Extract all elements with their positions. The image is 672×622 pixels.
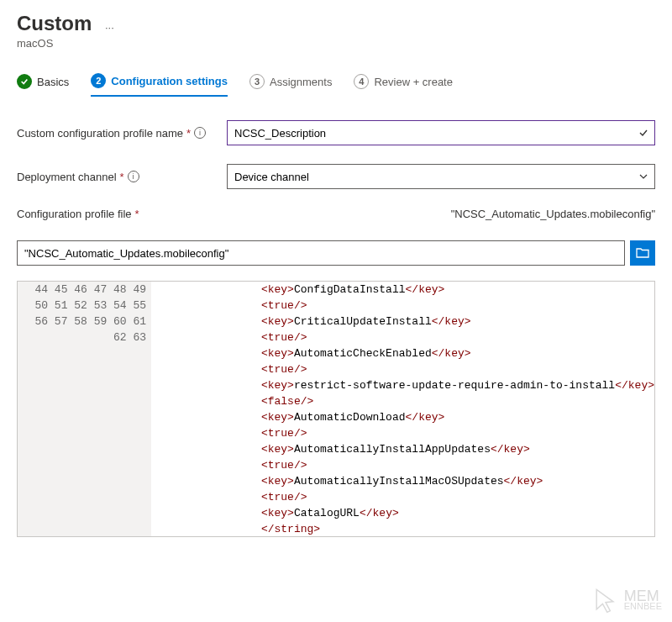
step-basics[interactable]: Basics bbox=[17, 73, 69, 97]
step-number: 4 bbox=[354, 74, 369, 89]
profile-name-input[interactable] bbox=[227, 120, 655, 145]
wizard-steps: Basics 2 Configuration settings 3 Assign… bbox=[17, 73, 655, 97]
step-number: 3 bbox=[249, 74, 265, 89]
code-area[interactable]: <key>ConfigDataInstall</key> <true/> <ke… bbox=[151, 282, 654, 536]
step-label: Assignments bbox=[270, 76, 332, 88]
xml-editor[interactable]: 44 45 46 47 48 49 50 51 52 53 54 55 56 5… bbox=[17, 281, 655, 537]
check-icon bbox=[17, 74, 32, 89]
folder-icon bbox=[636, 246, 649, 260]
line-gutter: 44 45 46 47 48 49 50 51 52 53 54 55 56 5… bbox=[18, 282, 151, 536]
required-marker: * bbox=[186, 127, 191, 140]
page-header: Custom ··· macOS bbox=[17, 12, 655, 50]
step-number: 2 bbox=[91, 73, 106, 88]
field-config-file: Configuration profile file * "NCSC_Autom… bbox=[17, 208, 655, 266]
info-icon[interactable]: i bbox=[128, 171, 139, 182]
field-profile-name: Custom configuration profile name * i bbox=[17, 120, 655, 145]
profile-name-label: Custom configuration profile name * i bbox=[17, 127, 227, 140]
field-deployment-channel: Deployment channel * i bbox=[17, 164, 655, 189]
step-label: Basics bbox=[37, 76, 69, 88]
step-label: Review + create bbox=[374, 76, 453, 88]
config-file-label: Configuration profile file * bbox=[17, 208, 139, 220]
required-marker: * bbox=[135, 208, 139, 220]
browse-button[interactable] bbox=[630, 240, 655, 266]
step-label: Configuration settings bbox=[111, 75, 228, 87]
page-title: Custom bbox=[17, 12, 92, 35]
step-assignments[interactable]: 3 Assignments bbox=[249, 73, 332, 97]
deployment-channel-select[interactable] bbox=[227, 164, 655, 189]
step-config-settings[interactable]: 2 Configuration settings bbox=[91, 73, 228, 97]
config-file-display: "NCSC_Automatic_Updates.mobileconfig" bbox=[451, 208, 655, 220]
required-marker: * bbox=[120, 171, 124, 183]
step-review-create[interactable]: 4 Review + create bbox=[354, 73, 453, 97]
more-icon[interactable]: ··· bbox=[105, 21, 114, 34]
config-file-path-input[interactable] bbox=[17, 240, 625, 266]
deployment-channel-label: Deployment channel * i bbox=[17, 171, 227, 183]
page-subtitle: macOS bbox=[17, 37, 655, 50]
info-icon[interactable]: i bbox=[194, 127, 206, 139]
